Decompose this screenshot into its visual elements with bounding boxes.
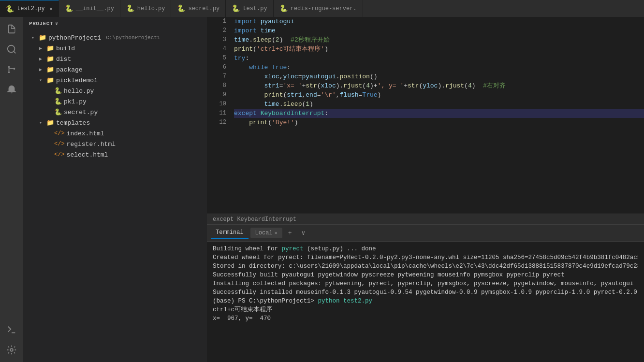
svg-point-7 [10, 348, 13, 351]
py-icon: 🐍 [279, 4, 288, 13]
tree-label: package [56, 66, 83, 73]
terminal-tab-label: Terminal [216, 229, 244, 236]
tab-init[interactable]: 🐍 __init__.py [59, 0, 120, 17]
terminal-line: ctrl+c可结束本程序 [213, 305, 638, 314]
code-line-6: while True: [234, 63, 644, 72]
code-line-9: print(str1,end='\r',flush=True) [234, 90, 644, 100]
activity-icon-search[interactable] [3, 41, 20, 58]
tree-item-registerhtml[interactable]: ▶ </> register.html [23, 139, 207, 149]
tab-secret[interactable]: 🐍 secret.py [171, 0, 226, 17]
terminal-line: Successfully built pyautogui pygetwindow… [213, 271, 638, 279]
tree-item-indexhtml[interactable]: ▶ </> index.html [23, 128, 207, 139]
code-line-4: print('ctrl+c可结束本程序') [234, 44, 644, 54]
tree-item-build[interactable]: ▶ 📁 build [23, 43, 207, 54]
code-line-8: str1='x= '+str(xloc).rjust(4)+', y= '+st… [234, 81, 644, 90]
html-file-icon: </> [54, 141, 65, 147]
expand-icon: ▶ [37, 67, 44, 72]
tree-label: index.html [67, 130, 104, 137]
terminal-line: Installing collected packages: pytweenin… [213, 279, 638, 288]
line-numbers: 12345 678910 1112 [207, 17, 230, 214]
tree-item-package[interactable]: ▶ 📁 package [23, 64, 207, 75]
tree-item-pk1py[interactable]: ▶ 🐍 pk1.py [23, 96, 207, 107]
terminal-chevron-icon[interactable]: ∨ [297, 227, 309, 239]
py-file-icon: 🐍 [54, 108, 62, 116]
terminal-line: Successfully installed mouseinfo-0.1.3 p… [213, 288, 638, 297]
code-line-2: import time [234, 26, 644, 35]
tab-test[interactable]: 🐍 test.py [226, 0, 273, 17]
tree-label: dist [56, 56, 71, 63]
sidebar-title: Project [29, 21, 53, 27]
terminal-line: Stored in directory: c:\users\21609\appd… [213, 262, 638, 271]
py-icon: 🐍 [6, 5, 14, 13]
terminal-line: Created wheel for pyrect: filename=PyRec… [213, 253, 638, 262]
sidebar: Project ∨ ▾ 📁 pythonProject1 C:\pythonPr… [23, 17, 207, 362]
folder-icon: 📁 [46, 66, 54, 73]
activity-icon-debug[interactable] [3, 82, 20, 98]
tab-label: secret.py [188, 5, 220, 12]
terminal-tab-local[interactable]: Local ✕ [250, 228, 282, 238]
py-icon: 🐍 [65, 4, 73, 13]
terminal-line: (base) PS C:\pythonProject1> python test… [213, 297, 638, 305]
tab-label: hello.py [137, 5, 165, 12]
html-file-icon: </> [54, 130, 65, 137]
code-line-7: xloc,yloc=pyautogui.position() [234, 72, 644, 81]
folder-icon: 📁 [46, 119, 54, 127]
folder-icon: 📁 [46, 76, 54, 84]
tree-item-dist[interactable]: ▶ 📁 dist [23, 54, 207, 64]
tree-item-pickledemo1[interactable]: ▾ 📁 pickledemo1 [23, 75, 207, 86]
tree-label: pythonProject1 [48, 34, 101, 42]
activity-icon-terminal[interactable] [3, 321, 20, 338]
tree-label: secret.py [64, 109, 98, 116]
folder-icon: 📁 [39, 34, 46, 42]
expand-icon: ▾ [37, 120, 44, 126]
svg-point-3 [8, 72, 10, 73]
tab-test2py[interactable]: 🐍 test2.py ✕ [0, 0, 59, 17]
add-terminal-button[interactable]: + [284, 228, 296, 239]
tab-label: test.py [243, 5, 267, 12]
activity-bar [0, 17, 23, 362]
path-label: C:\pythonProject1 [106, 35, 160, 41]
editor-content[interactable]: 12345 678910 1112 import pyautogui impor… [207, 17, 644, 214]
tab-label: __init__.py [76, 5, 114, 12]
tab-label: test2.py [17, 5, 45, 12]
activity-icon-files[interactable] [3, 21, 20, 37]
tab-hello[interactable]: 🐍 hello.py [120, 0, 172, 17]
tree-item-secretpy[interactable]: ▶ 🐍 secret.py [23, 107, 207, 117]
code-line-11: except KeyboardInterrupt: [234, 109, 644, 118]
py-icon: 🐍 [126, 4, 134, 13]
expand-icon: ▶ [37, 56, 44, 62]
svg-point-2 [8, 66, 10, 68]
code-line-3: time.sleep(2) #2秒程序开始 [234, 35, 644, 44]
tree-label: pk1.py [64, 98, 87, 105]
terminal-tab-terminal[interactable]: Terminal [211, 227, 249, 239]
breadcrumb-text: except KeyboardInterrupt [213, 216, 296, 223]
code-line-10: time.sleep(1) [234, 100, 644, 109]
terminal-subtab-label: Local [255, 230, 273, 236]
close-icon[interactable]: ✕ [275, 230, 278, 236]
editor-area: 12345 678910 1112 import pyautogui impor… [207, 17, 644, 362]
expand-icon: ▾ [37, 77, 44, 83]
tree-item-selecthtml[interactable]: ▶ </> select.html [23, 149, 207, 160]
terminal-content[interactable]: Building wheel for pyrect (setup.py) ...… [207, 242, 644, 362]
tab-redis[interactable]: 🐍 redis-rogue-server. [274, 0, 363, 17]
code-lines[interactable]: import pyautogui import time time.sleep(… [230, 17, 644, 214]
breadcrumb-bar: except KeyboardInterrupt [207, 214, 644, 224]
tree-label: hello.py [64, 87, 94, 95]
terminal-line: Building wheel for pyrect (setup.py) ...… [213, 245, 638, 253]
activity-icon-git[interactable] [3, 61, 20, 78]
terminal-tabs: Terminal Local ✕ + ∨ [207, 225, 644, 242]
html-file-icon: </> [54, 151, 65, 158]
py-file-icon: 🐍 [54, 98, 62, 105]
code-line-1: import pyautogui [234, 17, 644, 26]
tree-item-templates[interactable]: ▾ 📁 templates [23, 117, 207, 128]
expand-icon: ▶ [37, 45, 44, 51]
activity-icon-settings[interactable] [3, 342, 20, 358]
svg-line-1 [14, 51, 15, 53]
tree-item-root[interactable]: ▾ 📁 pythonProject1 C:\pythonProject1 [23, 32, 207, 43]
close-icon[interactable]: ✕ [50, 6, 53, 12]
file-tree: ▾ 📁 pythonProject1 C:\pythonProject1 ▶ 📁… [23, 30, 207, 362]
tree-label: templates [56, 119, 90, 127]
code-line-12: print('Bye!') [234, 118, 644, 127]
terminal-line: x= 967, y= 470 [213, 314, 638, 323]
tree-item-hellopy[interactable]: ▶ 🐍 hello.py [23, 86, 207, 96]
